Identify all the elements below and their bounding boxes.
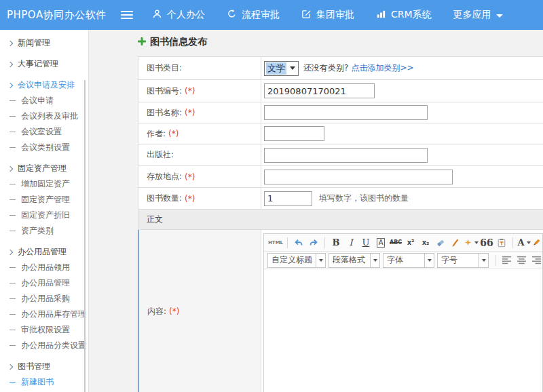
redo-button[interactable] bbox=[307, 236, 320, 250]
dash-icon bbox=[10, 314, 16, 315]
rich-text-editor: HTML B I U A ABC x² x₂ bbox=[263, 233, 543, 392]
italic-button[interactable]: I bbox=[344, 236, 358, 250]
field-label: 存放地点: bbox=[147, 171, 182, 182]
highlight-color-button[interactable] bbox=[532, 236, 543, 250]
align-left-button[interactable] bbox=[500, 254, 513, 267]
sidebar-item[interactable]: 办公用品分类设置 bbox=[10, 338, 88, 353]
font-color-button[interactable]: A bbox=[517, 236, 531, 250]
field-label: 图书类目: bbox=[147, 62, 182, 74]
add-category-link[interactable]: 点击添加类别>> bbox=[351, 62, 413, 74]
sidebar-item[interactable]: 会议类别设置 bbox=[10, 140, 88, 155]
form-row-author: 作者:(*) bbox=[138, 123, 543, 144]
caret-down-icon bbox=[479, 254, 488, 267]
superscript-button[interactable]: x² bbox=[404, 236, 417, 250]
caret-down-icon bbox=[527, 241, 531, 244]
form-row-category: 图书类目: 文学 还没有类别? 点击添加类别>> bbox=[138, 57, 543, 80]
nav-more-apps[interactable]: 更多应用 bbox=[453, 9, 503, 21]
strikethrough-button[interactable]: ABC bbox=[389, 236, 402, 250]
category-select[interactable]: 文学 bbox=[264, 61, 299, 76]
caret-down-icon bbox=[496, 14, 503, 18]
dash-icon bbox=[10, 345, 16, 346]
sidebar-group-memorabilia[interactable]: 大事记管理 bbox=[8, 56, 88, 72]
nav-group-approval[interactable]: 集团审批 bbox=[301, 9, 354, 21]
book-form: 图书类目: 文学 还没有类别? 点击添加类别>> 图书编号:(*) 图书名称:(… bbox=[138, 56, 543, 392]
sidebar-item[interactable]: 审批权限设置 bbox=[10, 322, 88, 338]
caret-down-icon bbox=[370, 254, 379, 267]
paragraph-format-dropdown[interactable]: 段落格式 bbox=[329, 253, 380, 268]
sidebar-item[interactable]: 会议申请 bbox=[10, 93, 88, 109]
field-label: 出版社: bbox=[147, 149, 174, 161]
dash-icon bbox=[10, 267, 16, 268]
dash-icon bbox=[10, 382, 16, 383]
heading-dropdown[interactable]: 自定义标题 bbox=[267, 253, 326, 268]
required-mark: (*) bbox=[185, 172, 195, 182]
sidebar-item[interactable]: 办公用品采购 bbox=[10, 291, 88, 307]
paste-word-button[interactable] bbox=[495, 236, 508, 250]
html-source-button[interactable]: HTML bbox=[268, 236, 283, 250]
required-mark: (*) bbox=[185, 194, 195, 203]
chevron-right-icon bbox=[7, 82, 13, 87]
editor-toolbar-row1: HTML B I U A ABC x² x₂ bbox=[264, 234, 542, 252]
app-logo[interactable]: PHPOA协同办公软件 bbox=[7, 9, 121, 22]
align-right-button[interactable] bbox=[529, 254, 543, 267]
sidebar-item-new-book[interactable]: 新建图书 bbox=[10, 374, 88, 390]
sidebar-group-books[interactable]: 图书管理 bbox=[8, 359, 88, 374]
sidebar-item[interactable]: 办公用品领用 bbox=[10, 260, 88, 275]
author-input[interactable] bbox=[264, 126, 324, 141]
dash-icon bbox=[10, 116, 16, 117]
sidebar-item[interactable]: 办公用品管理 bbox=[10, 275, 88, 291]
nav-workflow-approval[interactable]: 流程审批 bbox=[227, 9, 280, 21]
book-no-input[interactable] bbox=[264, 83, 375, 98]
nav-crm-system[interactable]: CRM系统 bbox=[376, 9, 432, 21]
nav-label: 流程审批 bbox=[242, 9, 280, 21]
book-name-input[interactable] bbox=[264, 105, 428, 120]
sidebar-group-office-supplies[interactable]: 办公用品管理 bbox=[8, 244, 88, 260]
required-mark: (*) bbox=[168, 129, 179, 138]
sidebar-group-meeting[interactable]: 会议申请及安排 bbox=[8, 77, 88, 93]
dash-icon bbox=[10, 132, 16, 132]
editor-content-area[interactable] bbox=[264, 269, 542, 392]
subscript-button[interactable]: x₂ bbox=[419, 236, 432, 250]
chevron-right-icon bbox=[7, 40, 13, 45]
sidebar-scrollbar[interactable] bbox=[84, 80, 86, 392]
menu-icon[interactable] bbox=[121, 11, 133, 19]
sidebar-item[interactable]: 会议室设置 bbox=[10, 124, 88, 140]
top-nav: 个人办公 流程审批 集团审批 CRM系统 更多应用 bbox=[152, 9, 503, 21]
sidebar-item[interactable]: 固定资产管理 bbox=[10, 192, 88, 208]
field-label: 内容: bbox=[147, 306, 166, 317]
nav-personal-office[interactable]: 个人办公 bbox=[152, 9, 205, 21]
underline-button[interactable]: U bbox=[359, 236, 373, 250]
add-icon bbox=[138, 37, 146, 47]
dash-icon bbox=[10, 100, 16, 101]
sidebar-item[interactable]: 固定资产折旧 bbox=[10, 208, 88, 223]
chevron-right-icon bbox=[7, 61, 13, 66]
sidebar-item[interactable]: 增加固定资产 bbox=[10, 176, 88, 192]
field-label: 作者: bbox=[147, 128, 166, 140]
nav-label: 集团审批 bbox=[316, 9, 354, 21]
caret-down-icon bbox=[290, 66, 295, 70]
app-window: PHPOA协同办公软件 个人办公 流程审批 集团审批 bbox=[0, 0, 543, 392]
required-mark: (*) bbox=[169, 307, 179, 316]
align-center-button[interactable] bbox=[514, 254, 528, 267]
sidebar-item[interactable]: 会议列表及审批 bbox=[10, 109, 88, 124]
sidebar-group-news[interactable]: 新闻管理 bbox=[8, 35, 88, 51]
caret-down-icon bbox=[474, 241, 479, 244]
font-border-button[interactable]: A bbox=[377, 238, 386, 248]
undo-button[interactable] bbox=[292, 236, 305, 250]
field-label: 图书数量: bbox=[147, 193, 182, 204]
location-input[interactable] bbox=[264, 170, 453, 184]
auto-typeset-button[interactable] bbox=[464, 236, 479, 250]
publisher-input[interactable] bbox=[264, 148, 428, 163]
sidebar-item[interactable]: 资产类别 bbox=[10, 223, 88, 239]
font-size-dropdown[interactable]: 字号 bbox=[437, 253, 489, 268]
field-label: 图书名称: bbox=[147, 107, 182, 119]
blockquote-button[interactable]: 66 bbox=[480, 236, 493, 250]
format-painter-button[interactable] bbox=[449, 236, 462, 250]
font-family-dropdown[interactable]: 字体 bbox=[383, 253, 434, 268]
remove-format-button[interactable] bbox=[434, 236, 447, 250]
bold-button[interactable]: B bbox=[329, 236, 343, 250]
sidebar-item[interactable]: 办公用品库存管理 bbox=[10, 307, 88, 322]
quantity-input[interactable] bbox=[264, 191, 312, 206]
sidebar-group-fixed-assets[interactable]: 固定资产管理 bbox=[8, 161, 88, 176]
user-icon bbox=[152, 9, 162, 21]
